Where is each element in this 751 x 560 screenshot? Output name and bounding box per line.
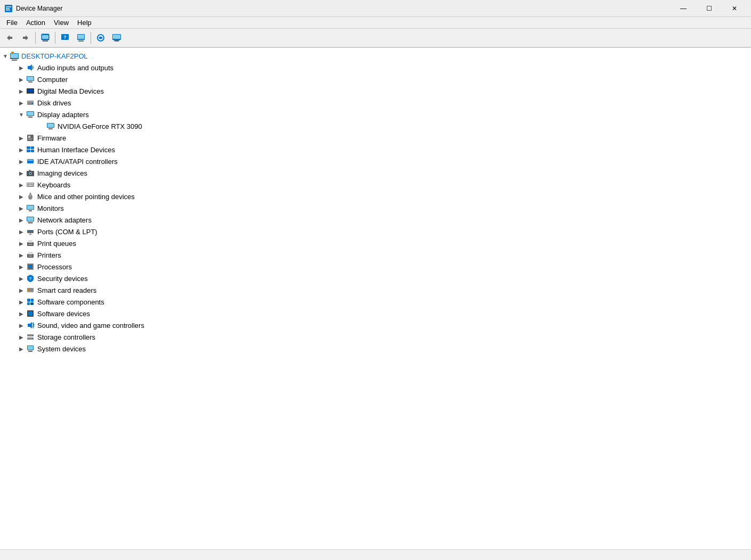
tree-item-nvidia[interactable]: NVIDIA GeForce RTX 3090 [0, 120, 751, 132]
svg-point-31 [32, 103, 34, 104]
tree-item-disk[interactable]: ▶ Disk drives [0, 97, 751, 109]
tree-item-mice[interactable]: ▶ Mice and other pointing devices [0, 191, 751, 202]
printers-toggle[interactable]: ▶ [17, 251, 26, 259]
computer-button[interactable] [109, 30, 124, 45]
svg-rect-14 [113, 35, 120, 39]
svg-point-103 [32, 338, 34, 339]
system-label: System devices [37, 345, 86, 353]
svg-rect-88 [29, 265, 32, 268]
tree-item-ports[interactable]: ▶ Ports (COM & LPT) [0, 226, 751, 237]
firmware-toggle[interactable]: ▶ [17, 134, 26, 142]
storage-toggle[interactable]: ▶ [17, 333, 26, 341]
app-icon [4, 4, 13, 13]
menu-file[interactable]: File [2, 18, 22, 28]
root-toggle[interactable]: ▼ [1, 52, 10, 60]
tree-root[interactable]: ▼ DESKTOP-KAF2POL [0, 50, 751, 62]
svg-rect-41 [28, 139, 31, 140]
sw-components-toggle[interactable]: ▶ [17, 298, 26, 306]
system-icon [26, 344, 35, 353]
back-button[interactable] [2, 30, 17, 45]
svg-rect-96 [30, 302, 34, 305]
tree-item-computer[interactable]: ▶ Computer [0, 73, 751, 85]
storage-icon [26, 332, 35, 342]
monitors-label: Monitors [37, 204, 64, 212]
tree-item-audio[interactable]: ▶ Audio inputs and outputs [0, 62, 751, 73]
tree-item-security[interactable]: ▶ ? Security devices [0, 273, 751, 284]
menu-action[interactable]: Action [22, 18, 50, 28]
svg-rect-79 [28, 240, 32, 243]
hid-toggle[interactable]: ▶ [17, 145, 26, 154]
sw-devices-toggle[interactable]: ▶ [17, 309, 26, 318]
scan-button[interactable] [93, 30, 108, 45]
svg-rect-11 [78, 40, 84, 42]
security-toggle[interactable]: ▶ [17, 274, 26, 283]
keyboards-toggle[interactable]: ▶ [17, 180, 26, 189]
menu-view[interactable]: View [50, 18, 73, 28]
network-toggle[interactable]: ▶ [17, 216, 26, 224]
ports-toggle[interactable]: ▶ [17, 227, 26, 236]
security-label: Security devices [37, 275, 88, 283]
svg-rect-6 [42, 35, 48, 39]
print-queues-icon [26, 238, 35, 248]
tree-item-digital-media[interactable]: ▶ Digital Media Devices [0, 85, 751, 97]
tree-item-printers[interactable]: ▶ Printers [0, 249, 751, 261]
printers-label: Printers [37, 251, 61, 259]
svg-rect-59 [32, 185, 34, 186]
tree-item-sound[interactable]: ▶ Sound, video and game controllers [0, 319, 751, 331]
menu-help[interactable]: Help [73, 18, 96, 28]
tree-item-hid[interactable]: ▶ Human Interface Devices [0, 144, 751, 155]
tree-item-monitors[interactable]: ▶ Monitors [0, 202, 751, 214]
smartcard-toggle[interactable]: ▶ [17, 286, 26, 294]
ide-toggle[interactable]: ▶ [17, 157, 26, 166]
tree-item-display[interactable]: ▼ Display adapters [0, 109, 751, 120]
close-button[interactable]: ✕ [722, 1, 747, 17]
tree-item-print-queues[interactable]: ▶ Print queues [0, 237, 751, 249]
toolbar-separator-3 [91, 32, 91, 44]
smartcard-icon [26, 285, 35, 295]
computer-icon [112, 34, 121, 42]
update-driver-button[interactable] [74, 30, 88, 45]
display-toggle[interactable]: ▼ [17, 110, 26, 119]
status-bar [0, 549, 751, 560]
tree-item-ide[interactable]: ▶ IDE ATA/ATAPI controllers [0, 155, 751, 167]
tree-item-sw-devices[interactable]: ▶ Software devices [0, 308, 751, 319]
tree-item-sw-components[interactable]: ▶ Software components [0, 296, 751, 308]
imaging-toggle[interactable]: ▶ [17, 169, 26, 177]
nvidia-label: NVIDIA GeForce RTX 3090 [58, 122, 142, 130]
disk-toggle[interactable]: ▶ [17, 98, 26, 107]
computer-toggle[interactable]: ▶ [17, 75, 26, 84]
tree-item-system[interactable]: ▶ System devices [0, 343, 751, 355]
tree-item-processors[interactable]: ▶ Processors [0, 261, 751, 273]
minimize-button[interactable]: — [671, 1, 696, 17]
sound-toggle[interactable]: ▶ [17, 321, 26, 330]
svg-rect-1 [6, 6, 11, 7]
maximize-button[interactable]: ☐ [697, 1, 721, 17]
tree-item-imaging[interactable]: ▶ Imaging devices [0, 167, 751, 179]
svg-text:?: ? [63, 35, 67, 40]
firmware-label: Firmware [37, 134, 66, 142]
svg-rect-83 [28, 252, 32, 254]
svg-rect-45 [31, 150, 34, 152]
tree-item-storage[interactable]: ▶ Storage controllers [0, 331, 751, 343]
svg-rect-36 [47, 123, 54, 127]
svg-point-75 [30, 231, 31, 232]
window-controls: — ☐ ✕ [671, 1, 747, 17]
system-toggle[interactable]: ▶ [17, 344, 26, 353]
toolbar: ? [0, 29, 751, 48]
forward-button[interactable] [18, 30, 33, 45]
tree-item-smartcard[interactable]: ▶ Smart card readers [0, 284, 751, 296]
audio-toggle[interactable]: ▶ [17, 63, 26, 72]
mice-toggle[interactable]: ▶ [17, 192, 26, 201]
digital-media-toggle[interactable]: ▶ [17, 87, 26, 95]
help-button[interactable]: ? [58, 30, 72, 45]
print-queues-toggle[interactable]: ▶ [17, 239, 26, 248]
show-properties-button[interactable] [38, 30, 53, 45]
ports-label: Ports (COM & LPT) [37, 228, 97, 236]
processors-toggle[interactable]: ▶ [17, 262, 26, 271]
tree-item-keyboards[interactable]: ▶ Keyboards [0, 179, 751, 191]
tree-item-firmware[interactable]: ▶ Firmware [0, 132, 751, 144]
tree-item-network[interactable]: ▶ Network adapters [0, 214, 751, 226]
svg-rect-43 [31, 146, 34, 149]
keyboards-icon [26, 180, 35, 190]
monitors-toggle[interactable]: ▶ [17, 204, 26, 212]
